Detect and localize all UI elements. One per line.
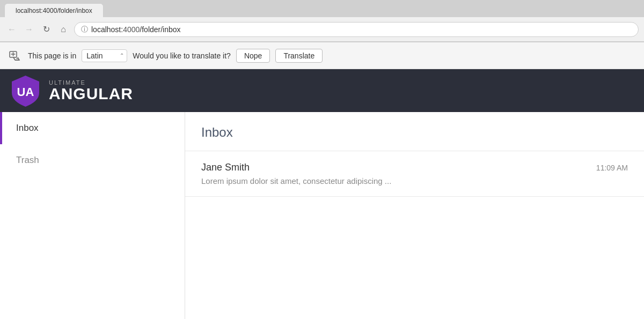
email-row-top: Jane Smith 11:09 AM (201, 162, 628, 173)
reload-icon: ↻ (43, 24, 50, 34)
back-button[interactable]: ← (5, 23, 18, 36)
language-selector-wrapper[interactable]: Latin English Spanish French ⌃ (82, 49, 127, 62)
content-header: Inbox (185, 112, 644, 151)
url-bar[interactable]: ⓘ localhost:4000/folder/inbox (74, 22, 639, 37)
sidebar-item-trash-label: Trash (16, 155, 39, 165)
tab-label: localhost:4000/folder/inbox (16, 7, 92, 14)
main-layout: Inbox Trash Inbox Jane Smith 11:09 AM Lo… (0, 112, 644, 319)
sidebar-item-inbox[interactable]: Inbox (0, 112, 185, 144)
url-path: /folder/inbox (140, 25, 180, 34)
reload-button[interactable]: ↻ (40, 23, 53, 36)
sidebar: Inbox Trash (0, 112, 185, 319)
browser-tab[interactable]: localhost:4000/folder/inbox (4, 3, 104, 17)
info-icon: ⓘ (81, 25, 88, 34)
sidebar-item-trash[interactable]: Trash (0, 144, 185, 176)
logo-title: ANGULAR (49, 86, 133, 102)
translation-question: Would you like to translate it? (133, 51, 231, 60)
url-host: localhost: (91, 25, 123, 34)
logo-shield: UA (11, 75, 40, 107)
language-select[interactable]: Latin English Spanish French (82, 49, 127, 62)
svg-text:UA: UA (17, 85, 34, 99)
email-item[interactable]: Jane Smith 11:09 AM Lorem ipsum dolor si… (185, 151, 644, 197)
sidebar-item-inbox-label: Inbox (16, 123, 39, 133)
address-bar: ← → ↻ ⌂ ⓘ localhost:4000/folder/inbox (0, 17, 644, 42)
translate-button[interactable]: Translate (275, 49, 323, 63)
browser-chrome: localhost:4000/folder/inbox ← → ↻ ⌂ ⓘ lo… (0, 0, 644, 42)
home-icon: ⌂ (61, 25, 66, 34)
email-time: 11:09 AM (596, 164, 628, 172)
nope-button[interactable]: Nope (236, 49, 270, 63)
email-sender: Jane Smith (201, 162, 250, 173)
translate-icon (8, 48, 23, 63)
url-display: localhost:4000/folder/inbox (91, 25, 181, 34)
back-icon: ← (8, 25, 16, 34)
page-title: Inbox (201, 125, 628, 140)
url-port: 4000 (123, 25, 140, 34)
forward-button[interactable]: → (23, 23, 35, 36)
email-preview: Lorem ipsum dolor sit amet, consectetur … (201, 176, 628, 186)
tab-bar: localhost:4000/folder/inbox (0, 0, 644, 17)
content-area: Inbox Jane Smith 11:09 AM Lorem ipsum do… (185, 112, 644, 319)
translation-bar: This page is in Latin English Spanish Fr… (0, 42, 644, 69)
translation-prefix: This page is in (28, 51, 76, 60)
logo-text: ULTIMATE ANGULAR (49, 80, 133, 102)
app-header: UA ULTIMATE ANGULAR (0, 69, 644, 112)
home-button[interactable]: ⌂ (57, 23, 70, 36)
forward-icon: → (25, 25, 33, 34)
